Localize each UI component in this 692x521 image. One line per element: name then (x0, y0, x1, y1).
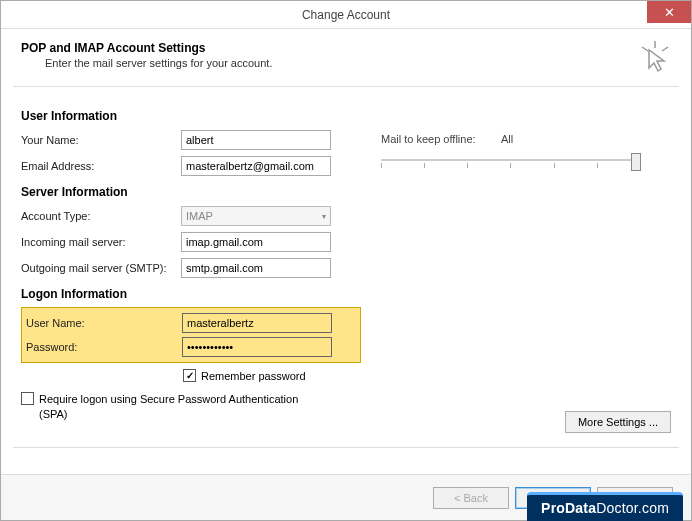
watermark-brand1: ProData (541, 500, 596, 516)
remember-password-checkbox[interactable] (183, 369, 196, 382)
mail-offline-value: All (501, 133, 513, 145)
footer-divider (13, 447, 679, 448)
password-input[interactable] (182, 337, 332, 357)
row-remember-password: Remember password (183, 369, 671, 382)
label-remember-password: Remember password (201, 370, 306, 382)
svg-line-2 (662, 47, 668, 51)
label-spa: Require logon using Secure Password Auth… (39, 392, 319, 423)
svg-line-1 (642, 47, 648, 51)
slider-ticks (381, 163, 641, 168)
more-settings-button[interactable]: More Settings ... (565, 411, 671, 433)
header-heading: POP and IMAP Account Settings (21, 41, 272, 55)
mail-offline-slider[interactable] (381, 151, 641, 171)
label-mail-offline: Mail to keep offline: (381, 133, 501, 145)
cursor-click-icon (639, 41, 671, 76)
label-outgoing: Outgoing mail server (SMTP): (21, 262, 181, 274)
outgoing-server-input[interactable] (181, 258, 331, 278)
label-account-type: Account Type: (21, 210, 181, 222)
close-icon: ✕ (664, 5, 675, 20)
label-incoming: Incoming mail server: (21, 236, 181, 248)
section-user-info: User Information (21, 109, 671, 123)
section-logon-info: Logon Information (21, 287, 671, 301)
username-input[interactable] (182, 313, 332, 333)
section-server-info: Server Information (21, 185, 671, 199)
slider-line (381, 159, 641, 161)
label-password: Password: (26, 341, 182, 353)
label-email: Email Address: (21, 160, 181, 172)
row-outgoing: Outgoing mail server (SMTP): (21, 257, 671, 279)
row-incoming: Incoming mail server: (21, 231, 671, 253)
chevron-down-icon: ▾ (322, 212, 326, 221)
row-username: User Name: (26, 312, 356, 334)
content-area: User Information Your Name: Email Addres… (1, 87, 691, 447)
header-sub: Enter the mail server settings for your … (21, 57, 272, 69)
account-type-value: IMAP (186, 210, 213, 222)
logon-highlight: User Name: Password: (21, 307, 361, 363)
close-button[interactable]: ✕ (647, 1, 691, 23)
row-mail-offline: Mail to keep offline: All (381, 133, 661, 145)
label-your-name: Your Name: (21, 134, 181, 146)
window-title: Change Account (302, 8, 390, 22)
watermark-label: ProDataDoctor.com (527, 492, 683, 521)
row-password: Password: (26, 336, 356, 358)
row-account-type: Account Type: IMAP ▾ (21, 205, 671, 227)
email-input[interactable] (181, 156, 331, 176)
watermark: ProDataDoctor.com (527, 492, 683, 521)
your-name-input[interactable] (181, 130, 331, 150)
watermark-tld: .com (638, 500, 669, 516)
watermark-brand2: Doctor (596, 500, 638, 516)
change-account-window: Change Account ✕ POP and IMAP Account Se… (0, 0, 692, 521)
slider-thumb[interactable] (631, 153, 641, 171)
back-button: < Back (433, 487, 509, 509)
header-text: POP and IMAP Account Settings Enter the … (21, 41, 272, 69)
spa-checkbox[interactable] (21, 392, 34, 405)
label-username: User Name: (26, 317, 182, 329)
right-column: Mail to keep offline: All (381, 133, 661, 171)
incoming-server-input[interactable] (181, 232, 331, 252)
titlebar: Change Account ✕ (1, 1, 691, 29)
header: POP and IMAP Account Settings Enter the … (1, 29, 691, 86)
account-type-select: IMAP ▾ (181, 206, 331, 226)
